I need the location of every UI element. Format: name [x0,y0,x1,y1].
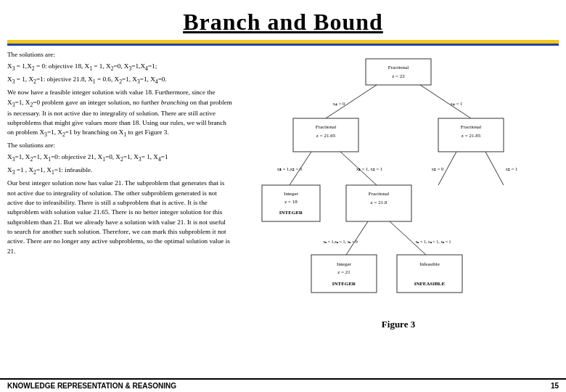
svg-text:x₃ = 1, x₂ = 1: x₃ = 1, x₂ = 1 [356,166,382,171]
svg-text:z = 21.65: z = 21.65 [316,133,336,139]
figure-label: Figure 3 [382,319,415,330]
page: Branch and Bound The solutions are: X3 =… [0,0,566,392]
footer-left: KNOWLEDGE REPRESENTATION & REASONING [7,382,176,390]
svg-text:Infeasible: Infeasible [419,261,440,267]
svg-text:z = 21.8: z = 21.8 [371,200,387,205]
page-title: Branch and Bound [15,9,551,36]
title-area: Branch and Bound [0,0,566,40]
svg-text:x₁ = 1,x₂ = 1, x₁ = 0: x₁ = 1,x₂ = 1, x₁ = 0 [323,240,358,244]
svg-text:Integer: Integer [284,191,298,197]
svg-line-25 [485,152,504,185]
para-8: Our best integer solution now has value … [7,179,232,256]
para-7: X3 =1 , X2=1, X1=1: infeasible. [7,166,232,176]
svg-text:x₃ = 1,x₂ = 0: x₃ = 1,x₂ = 0 [277,166,302,171]
para-5: The solutions are: [7,141,232,150]
svg-text:z = 21: z = 21 [337,269,350,275]
svg-text:Fractional: Fractional [461,124,481,130]
svg-text:z = 21.85: z = 21.85 [462,133,481,139]
footer-page: 15 [551,382,559,390]
svg-text:INTEGER: INTEGER [332,281,356,287]
svg-text:x₂ = 0: x₂ = 0 [432,166,443,171]
para-4: We now have a feasible integer solution … [7,88,232,139]
diagram-column: Fractional z = 22 x₄ = 0 x₄ = 1 Fraction… [238,50,559,377]
footer: KNOWLEDGE REPRESENTATION & REASONING 15 [0,378,566,392]
para-3: X3 = 1, X2=1: objective 21.8, X1 = 0.6, … [7,75,232,86]
svg-line-28 [346,221,368,255]
svg-text:z = 18: z = 18 [284,199,298,205]
svg-text:x₂ = 1: x₂ = 1 [506,166,517,171]
svg-line-29 [390,221,426,255]
para-1: The solutions are: [7,50,232,60]
content-area: The solutions are: X3 = 1,X2 = 0: object… [0,46,566,378]
svg-rect-0 [366,59,431,85]
svg-text:Fractional: Fractional [316,124,336,130]
svg-rect-36 [397,255,462,293]
svg-text:x₄ = 0: x₄ = 0 [333,101,345,106]
svg-text:z = 22: z = 22 [392,73,405,79]
svg-line-4 [420,85,471,118]
svg-text:INTEGER: INTEGER [279,210,303,216]
svg-text:Fractional: Fractional [369,191,389,197]
para-6: X3=1, X2=1, X1=0: objective 21, X1=0, X2… [7,152,232,163]
tree-diagram: Fractional z = 22 x₄ = 0 x₄ = 1 Fraction… [261,53,536,314]
svg-text:x₄ = 1: x₄ = 1 [451,101,462,106]
svg-text:Fractional: Fractional [388,65,409,70]
svg-text:Integer: Integer [337,261,351,267]
svg-text:INFEASIBLE: INFEASIBLE [414,281,446,287]
text-column: The solutions are: X3 = 1,X2 = 0: object… [7,50,232,377]
svg-text:x₁ = 1, x₂ = 1, x₁ = 1: x₁ = 1, x₂ = 1, x₁ = 1 [415,240,451,244]
para-2: X3 = 1,X2 = 0: objective 18, X1 = 1, X2=… [7,62,232,73]
